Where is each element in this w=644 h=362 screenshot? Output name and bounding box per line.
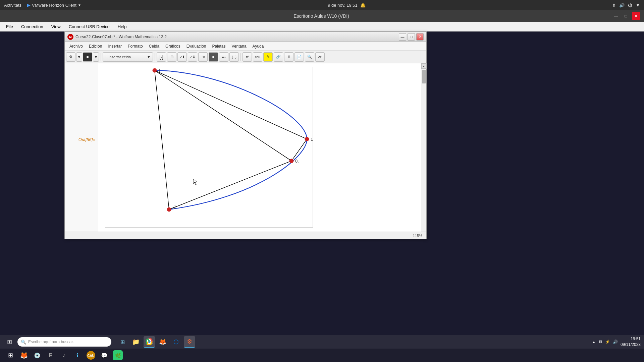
mathematica-content: Out[56]= [65, 63, 426, 239]
style-btn[interactable]: ■ [209, 52, 218, 62]
notebook-area[interactable]: 1 1 0. -1 [98, 63, 421, 239]
task-view-icon[interactable]: ⊞ [117, 336, 128, 348]
math-minimize-btn[interactable]: — [399, 33, 406, 41]
menu-insertar[interactable]: Insertar [105, 43, 124, 49]
move-out-btn[interactable]: ↗⬇ [188, 52, 197, 62]
bottom-dock: ⊞ 🦊 💿 🖥 ♪ ℹ CAU 💬 🌿 [0, 349, 644, 362]
bracket-btn[interactable]: [·] [157, 52, 166, 62]
settings-toolbar-btn[interactable]: ⚙ [66, 52, 75, 62]
svg-line-1 [155, 70, 291, 161]
sound-tray-icon[interactable]: 🔊 [613, 340, 618, 344]
template-btn[interactable]: (···) [229, 52, 239, 62]
close-button[interactable]: ✕ [632, 12, 640, 20]
dock-disk[interactable]: 💿 [32, 350, 43, 361]
dollar-btn[interactable]: $s$ [253, 52, 262, 62]
menu-graficos[interactable]: Gráficos [163, 43, 183, 49]
dock-monitor[interactable]: 🖥 [45, 350, 56, 361]
taskbar-tray: ▲ 🖥 ⚡ 🔊 19:51 09/11/2023 [592, 336, 641, 348]
upload-btn[interactable]: ⬆ [284, 52, 293, 62]
zoom-level: 115% [413, 234, 422, 238]
vmware-icon: ▶ [27, 2, 31, 8]
menu-ventana[interactable]: Ventana [229, 43, 249, 49]
dots-btn[interactable]: ••• [219, 52, 228, 62]
move-in-btn[interactable]: ↙⬆ [177, 52, 187, 62]
dock-firefox[interactable]: 🦊 [18, 350, 29, 361]
settings-icon[interactable]: ⚙ [184, 336, 195, 348]
mathematica-toolbar: ⚙ ▼ ■ ▼ + Insertar celda... ▼ [·] ⊞ ↙⬆ ↗… [65, 51, 426, 63]
menu-celda[interactable]: Celda [146, 43, 162, 49]
tray-expand-icon[interactable]: ▲ [592, 340, 596, 344]
file-menu[interactable]: File [3, 23, 16, 30]
menu-paletas[interactable]: Paletas [210, 43, 228, 49]
vmware-window-title: Escritorio Aules W10 (VDI) [31, 13, 612, 19]
dock-chat[interactable]: 💬 [99, 350, 110, 361]
dock-cau[interactable]: CAU [86, 350, 96, 361]
grid-btn[interactable]: ⊞ [167, 52, 176, 62]
menu-ayuda[interactable]: Ayuda [250, 43, 267, 49]
connection-menu[interactable]: Connection [18, 23, 47, 30]
system-bar: Activitats ▶ VMware Horizon Client ▼ 9 d… [0, 0, 644, 10]
link-btn[interactable]: 🔗 [274, 52, 283, 62]
vmware-dropdown-icon[interactable]: ▼ [78, 3, 81, 7]
clock[interactable]: 19:51 09/11/2023 [621, 336, 641, 348]
chrome-icon[interactable] [144, 336, 155, 348]
dock-music[interactable]: ♪ [59, 350, 69, 361]
stop-btn[interactable]: ■ [83, 52, 92, 62]
search-bar[interactable]: 🔍 Escribe aquí para buscar. [17, 337, 111, 347]
sound-icon[interactable]: 🔊 [619, 3, 625, 8]
search-placeholder: Escribe aquí para buscar. [28, 340, 74, 344]
docs-btn[interactable]: 📄 [294, 52, 304, 62]
collapse-btn[interactable]: ≫ [315, 52, 325, 62]
bell-icon[interactable]: 🔔 [360, 3, 366, 8]
connect-usb-menu[interactable]: Connect USB Device [65, 23, 113, 30]
menu-archivo[interactable]: Archivo [67, 43, 86, 49]
dropdown-arrow-1[interactable]: ▼ [76, 52, 82, 62]
indent-btn[interactable]: ⇥ [198, 52, 208, 62]
network-tray-icon[interactable]: 🖥 [598, 340, 602, 344]
power-icon[interactable]: ⏻ [628, 3, 632, 8]
mathematica-titlebar: M Curso22-Clase07.nb * - Wolfram Mathema… [65, 32, 426, 42]
time: 19:51 [621, 336, 641, 342]
vmware-label[interactable]: VMware Horizon Client [32, 3, 76, 8]
scroll-up-arrow[interactable]: ▲ [421, 63, 427, 69]
maximize-button[interactable]: □ [622, 12, 630, 20]
svg-line-3 [169, 161, 291, 209]
datetime-label: 9 de nov. 19:51 [328, 3, 358, 8]
dock-apps-grid[interactable]: ⊞ [5, 350, 16, 361]
scroll-thumb[interactable] [422, 70, 426, 83]
vertical-scrollbar[interactable]: ▲ [421, 63, 426, 239]
menu-formato[interactable]: Formato [125, 43, 146, 49]
menu-evaluacion[interactable]: Evaluación [184, 43, 209, 49]
left-margin: Out[56]= [65, 63, 98, 239]
dock-info[interactable]: ℹ [72, 350, 83, 361]
insert-cell-label: Insertar celda... [108, 55, 134, 59]
svg-text:1: 1 [311, 137, 313, 142]
search-btn[interactable]: 🔍 [305, 52, 314, 62]
edge-icon[interactable]: ⬡ [170, 336, 182, 348]
view-menu[interactable]: View [48, 23, 64, 30]
file-explorer-icon[interactable]: 📁 [130, 336, 142, 348]
dropdown-arrow-3: ▼ [147, 55, 151, 59]
vmware-titlebar: Escritorio Aules W10 (VDI) — □ ✕ [0, 10, 644, 22]
highlight-btn[interactable]: ✎ [263, 52, 273, 62]
menu-edicion[interactable]: Edición [86, 43, 105, 49]
start-button[interactable]: ⊞ [3, 336, 15, 348]
svg-text:-1: -1 [172, 204, 176, 209]
help-menu[interactable]: Help [114, 23, 130, 30]
svg-line-0 [155, 70, 307, 139]
chevron-down-icon[interactable]: ▼ [636, 3, 640, 8]
math-maximize-btn[interactable]: □ [408, 33, 415, 41]
insert-cell-dropdown[interactable]: + Insertar celda... ▼ [103, 52, 153, 62]
usb-tray-icon[interactable]: ⚡ [605, 340, 610, 344]
date: 09/11/2023 [621, 342, 641, 348]
toolbar-separator-1 [101, 53, 101, 61]
math-close-btn[interactable]: ✕ [416, 33, 424, 41]
toolbar-separator-3 [240, 53, 241, 61]
network-icon[interactable]: ⬆ [612, 3, 616, 8]
firefox-taskbar-icon[interactable]: 🦊 [157, 336, 168, 348]
dropdown-arrow-2[interactable]: ▼ [93, 52, 99, 62]
activities-label[interactable]: Activitats [4, 3, 21, 8]
minimize-button[interactable]: — [612, 12, 620, 20]
fraction-btn[interactable]: π/ [243, 52, 252, 62]
dock-green-app[interactable]: 🌿 [112, 350, 123, 361]
